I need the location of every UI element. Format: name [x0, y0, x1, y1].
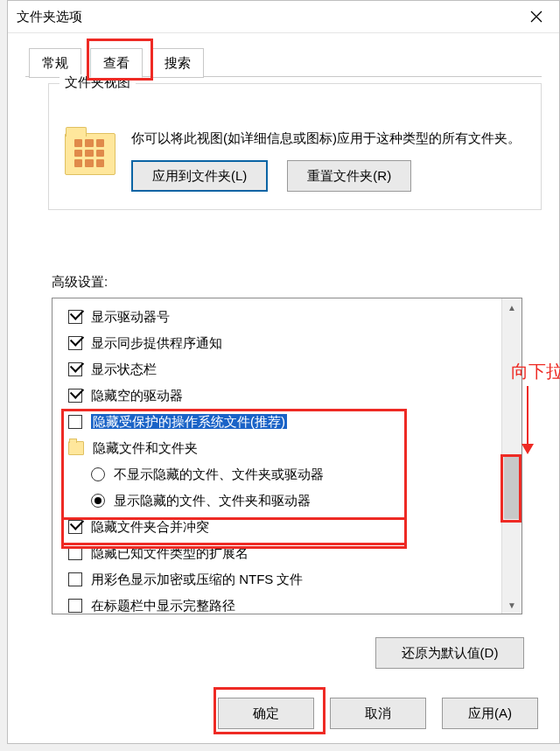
cancel-button[interactable]: 取消 — [330, 698, 426, 729]
list-item-label: 显示驱动器号 — [91, 309, 170, 326]
scrollbar-down-icon[interactable]: ▼ — [502, 596, 522, 614]
list-item[interactable]: 显示驱动器号 — [68, 304, 499, 330]
apply-to-folders-button[interactable]: 应用到文件夹(L) — [131, 160, 268, 192]
tab-content: 文件夹视图 你可以将此视图(如详细信息或图标)应用于这种类型的所有文件夹。 应用… — [25, 83, 542, 680]
reset-folders-button[interactable]: 重置文件夹(R) — [287, 160, 411, 192]
radio[interactable] — [91, 494, 105, 508]
list-item-label: 隐藏已知文件类型的扩展名 — [91, 545, 248, 562]
window-title: 文件夹选项 — [17, 9, 517, 25]
advanced-settings-body[interactable]: 显示驱动器号显示同步提供程序通知显示状态栏隐藏空的驱动器隐藏受保护的操作系统文件… — [52, 298, 502, 614]
annotation-arrow-down-icon — [527, 386, 528, 453]
checkbox[interactable] — [68, 572, 82, 586]
list-item[interactable]: 隐藏已知文件类型的扩展名 — [68, 540, 499, 566]
apply-button[interactable]: 应用(A) — [442, 698, 538, 729]
close-button[interactable] — [517, 4, 556, 30]
radio[interactable] — [91, 467, 105, 481]
tab-search[interactable]: 搜索 — [151, 48, 204, 78]
list-item[interactable]: 显示状态栏 — [68, 356, 499, 383]
scrollbar-thumb[interactable] — [504, 456, 520, 519]
folder-icon — [68, 441, 84, 455]
list-item[interactable]: 显示隐藏的文件、文件夹和驱动器 — [68, 488, 499, 514]
list-item-label: 隐藏文件和文件夹 — [93, 440, 198, 457]
list-item[interactable]: 在标题栏中显示完整路径 — [68, 593, 499, 614]
list-item-label: 隐藏受保护的操作系统文件(推荐) — [91, 414, 287, 431]
tab-view[interactable]: 查看 — [90, 48, 143, 78]
advanced-settings-label: 高级设置: — [52, 274, 524, 291]
list-item[interactable]: 隐藏文件夹合并冲突 — [68, 514, 499, 540]
checkbox[interactable] — [68, 310, 82, 324]
checkbox[interactable] — [68, 546, 82, 560]
list-item-label: 显示状态栏 — [91, 361, 157, 378]
list-item-label: 在标题栏中显示完整路径 — [91, 598, 235, 614]
list-item-label: 隐藏空的驱动器 — [91, 388, 183, 404]
dialog-button-row: 确定 取消 应用(A) — [8, 698, 559, 729]
scrollbar[interactable]: ▲ ▼ — [501, 298, 522, 614]
list-item-label: 隐藏文件夹合并冲突 — [91, 519, 209, 536]
checkbox[interactable] — [68, 520, 82, 534]
checkbox[interactable] — [68, 599, 82, 613]
folder-options-window: 文件夹选项 常规 查看 搜索 文件夹视图 你可以将此视图(如详细信息或图标)应用… — [7, 0, 560, 744]
folder-views-description: 你可以将此视图(如详细信息或图标)应用于这种类型的所有文件夹。 — [131, 128, 525, 148]
checkbox[interactable] — [68, 362, 82, 376]
folder-icon — [65, 133, 116, 175]
list-group-header: 隐藏文件和文件夹 — [68, 435, 499, 461]
tab-general[interactable]: 常规 — [29, 48, 81, 78]
checkbox[interactable] — [68, 336, 82, 350]
checkbox[interactable] — [68, 415, 82, 429]
list-item[interactable]: 显示同步提供程序通知 — [68, 330, 499, 356]
checkbox[interactable] — [68, 389, 82, 403]
close-icon — [530, 11, 542, 23]
list-item-label: 用彩色显示加密或压缩的 NTFS 文件 — [91, 572, 304, 588]
list-item[interactable]: 不显示隐藏的文件、文件夹或驱动器 — [68, 461, 499, 488]
list-item[interactable]: 隐藏空的驱动器 — [68, 383, 499, 409]
scrollbar-up-icon[interactable]: ▲ — [502, 298, 522, 316]
list-item-label: 显示隐藏的文件、文件夹和驱动器 — [114, 493, 311, 509]
restore-defaults-button[interactable]: 还原为默认值(D) — [375, 637, 524, 669]
title-bar: 文件夹选项 — [8, 1, 559, 33]
advanced-settings-list: 显示驱动器号显示同步提供程序通知显示状态栏隐藏空的驱动器隐藏受保护的操作系统文件… — [52, 298, 522, 614]
folder-views-group: 文件夹视图 你可以将此视图(如详细信息或图标)应用于这种类型的所有文件夹。 应用… — [48, 83, 542, 210]
list-item[interactable]: 隐藏受保护的操作系统文件(推荐) — [68, 409, 499, 435]
list-item-label: 不显示隐藏的文件、文件夹或驱动器 — [114, 467, 324, 483]
list-item[interactable]: 用彩色显示加密或压缩的 NTFS 文件 — [68, 566, 499, 593]
tab-strip: 常规 查看 搜索 — [8, 44, 559, 77]
ok-button[interactable]: 确定 — [218, 698, 314, 729]
list-item-label: 显示同步提供程序通知 — [91, 335, 222, 352]
